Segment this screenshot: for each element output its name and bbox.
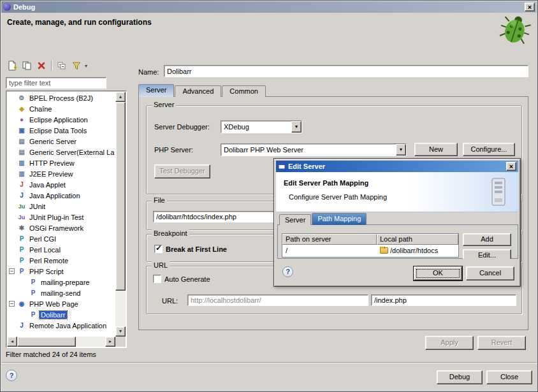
dialog-help-icon[interactable]: ? (282, 266, 293, 277)
debug-button[interactable]: Debug (437, 370, 483, 384)
toolbar-separator (51, 61, 52, 71)
apply-button: Apply (425, 336, 474, 350)
tree-item-java-applet[interactable]: JJava Applet (7, 179, 115, 190)
tab-advanced[interactable]: Advanced (175, 85, 221, 97)
tab-common[interactable]: Common (222, 85, 266, 97)
window-titlebar: Debug × (1, 1, 537, 13)
add-mapping-button[interactable]: Add (463, 233, 511, 246)
duplicate-configuration-icon[interactable] (20, 59, 33, 72)
new-server-button[interactable]: New (414, 143, 458, 156)
tree-item-bpel-process-b2j[interactable]: ⚙BPEL Process (B2J) (7, 92, 115, 103)
scroll-up-icon[interactable]: ▲ (115, 92, 126, 102)
tree-item-osgi-framework[interactable]: ✱OSGi Framework (7, 222, 115, 233)
tree-item-http-preview[interactable]: ▥HTTP Preview (7, 157, 115, 168)
cancel-button[interactable]: Cancel (466, 266, 514, 280)
tree-vertical-scrollbar[interactable]: ▲ ▼ (115, 92, 126, 337)
dialog-titlebar: Edit Server × (276, 161, 518, 172)
server-tower-icon (489, 177, 508, 208)
collapse-all-icon[interactable] (55, 59, 68, 72)
tree-item-java-application[interactable]: JJava Application (7, 190, 115, 201)
filter-input[interactable] (6, 77, 106, 89)
dialog-tab-path-mapping[interactable]: Path Mapping (312, 213, 367, 225)
tree-collapse-icon[interactable]: − (9, 268, 15, 274)
perl-local-icon: P (17, 246, 26, 253)
dialog-close-icon[interactable]: × (506, 162, 516, 171)
chaine-icon: ◈ (17, 105, 26, 112)
server-debugger-combo[interactable]: XDebug ▼ (221, 120, 302, 133)
dialog-tab-server[interactable]: Server (279, 214, 311, 225)
tree-collapse-icon[interactable]: − (9, 301, 15, 307)
configure-server-button[interactable]: Configure... (463, 143, 515, 156)
tree-item-label: Perl CGI (28, 235, 57, 243)
dropdown-arrow-icon[interactable]: ▼ (291, 121, 302, 133)
scroll-down-icon[interactable]: ▼ (115, 326, 126, 337)
php-file-icon: P (29, 289, 38, 296)
tree-item-j2ee-preview[interactable]: ▥J2EE Preview (7, 168, 115, 179)
tree-item-label: mailing-send (40, 289, 82, 297)
tree-item-label: J2EE Preview (28, 170, 74, 178)
remote-java-icon: J (17, 322, 26, 329)
url-path-input[interactable] (371, 294, 516, 306)
tree-item-dolibarr[interactable]: PDolibarr (7, 309, 115, 320)
debug-configurations-window: Debug × Create, manage, and run configur… (0, 0, 538, 392)
tree-item-generic-server[interactable]: ▤Generic Server (7, 136, 115, 147)
tree-item-php-web-page[interactable]: −◉PHP Web Page (7, 298, 115, 309)
horizontal-scroll-thumb[interactable] (17, 337, 76, 347)
window-close-icon[interactable]: × (525, 3, 535, 11)
filter-icon[interactable] (70, 59, 83, 72)
php-file-icon: P (29, 311, 38, 318)
bug-image (499, 13, 531, 48)
tree-item-label: Eclipse Application (28, 116, 89, 124)
tree-item-mailing-prepare[interactable]: Pmailing-prepare (7, 277, 115, 287)
php-server-combo[interactable]: Dolibarr PHP Web Server ▼ (221, 143, 407, 156)
dialog-banner-title: Edit Server Path Mapping (284, 179, 368, 187)
url-base-input[interactable] (187, 294, 368, 306)
osgi-icon: ✱ (17, 224, 26, 231)
scroll-left-icon[interactable]: ◄ (7, 337, 17, 347)
filter-menu-arrow-icon[interactable]: ▾ (85, 63, 87, 69)
ok-button[interactable]: OK (414, 266, 462, 280)
name-input[interactable] (164, 65, 528, 77)
tree-item-junit-plug-in-test[interactable]: JuJUnit Plug-in Test (7, 212, 115, 222)
close-button[interactable]: Close (486, 370, 532, 384)
path-mapping-table: Path on server Local path //dolibarr/htd… (282, 233, 459, 258)
tree-item-remote-java-application[interactable]: JRemote Java Application (7, 320, 115, 331)
tree-item-perl-remote[interactable]: PPerl Remote (7, 255, 115, 266)
url-label: URL: (162, 297, 178, 305)
tree-item-eclipse-application[interactable]: ●Eclipse Application (7, 114, 115, 125)
j2ee-preview-icon: ▥ (17, 170, 26, 177)
new-configuration-icon[interactable] (6, 59, 18, 72)
footer-separator (2, 362, 536, 363)
dialog-title: Edit Server (288, 163, 325, 170)
scroll-right-icon[interactable]: ► (105, 337, 115, 347)
eclipse-application-icon: ● (17, 116, 26, 123)
configuration-tree: ⚙BPEL Process (B2J)◈Chaîne●Eclipse Appli… (6, 91, 127, 348)
dialog-banner: Edit Server Path Mapping Configure Serve… (276, 172, 518, 212)
tree-item-mailing-send[interactable]: Pmailing-send (7, 287, 115, 298)
column-local-path[interactable]: Local path (377, 234, 458, 245)
auto-generate-checkbox[interactable] (153, 275, 161, 283)
url-group-title: URL (152, 261, 170, 269)
mapping-table-row[interactable]: //dolibarr/htdocs (282, 245, 458, 256)
help-icon[interactable]: ? (6, 370, 17, 381)
tree-item-label: HTTP Preview (28, 159, 76, 167)
server-group-title: Server (152, 101, 176, 108)
tree-horizontal-scrollbar[interactable]: ◄ ► (7, 337, 115, 347)
vertical-scroll-thumb[interactable] (115, 102, 126, 291)
tree-item-label: JUnit Plug-in Test (28, 214, 85, 221)
tree-item-eclipse-data-tools[interactable]: ▣Eclipse Data Tools (7, 125, 115, 136)
tree-item-perl-local[interactable]: PPerl Local (7, 244, 115, 255)
dropdown-arrow-icon[interactable]: ▼ (396, 144, 406, 156)
column-path-on-server[interactable]: Path on server (282, 234, 377, 245)
delete-configuration-icon[interactable] (35, 59, 48, 72)
tree-item-cha-ne[interactable]: ◈Chaîne (7, 103, 115, 114)
java-applet-icon: J (17, 181, 26, 188)
tab-server[interactable]: Server (138, 84, 174, 97)
break-first-line-checkbox[interactable] (154, 245, 163, 253)
tree-item-generic-server-external-la[interactable]: ▤Generic Server(External La (7, 147, 115, 157)
tree-item-junit[interactable]: JuJUnit (7, 201, 115, 212)
dialog-window-icon (278, 162, 286, 171)
tree-item-php-script[interactable]: −PPHP Script (7, 266, 115, 277)
php-script-icon: P (17, 268, 26, 275)
tree-item-perl-cgi[interactable]: PPerl CGI (7, 233, 115, 244)
